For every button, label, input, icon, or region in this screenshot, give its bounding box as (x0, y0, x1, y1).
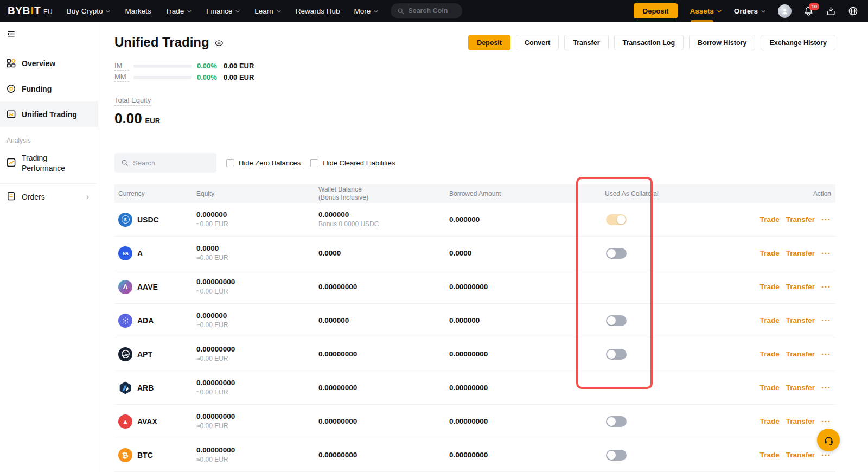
action-cell: TradeTransfer··· (741, 215, 835, 224)
collateral-toggle[interactable] (606, 315, 627, 326)
col-used-as-collateral: Used As Collateral (591, 190, 741, 197)
equity-fiat: ≈0.00 EUR (196, 455, 318, 464)
col-action: Action (741, 190, 835, 197)
trade-link[interactable]: Trade (760, 283, 780, 291)
sidebar-collapse-icon[interactable] (7, 29, 16, 39)
sidebar-item-overview[interactable]: Overview (0, 50, 98, 76)
a-coin-icon: VA (118, 246, 132, 260)
funding-icon (7, 84, 16, 93)
transfer-link[interactable]: Transfer (786, 316, 815, 324)
more-actions-button[interactable]: ··· (821, 284, 831, 290)
sidebar-item-unified-trading[interactable]: Unified Trading (0, 101, 98, 127)
asset-search-input[interactable] (133, 159, 203, 167)
hide-zero-balances-checkbox[interactable]: Hide Zero Balances (226, 159, 301, 167)
collateral-toggle[interactable] (606, 349, 627, 360)
transfer-link[interactable]: Transfer (786, 451, 815, 459)
headset-icon (823, 435, 834, 446)
exchange-history-button[interactable]: Exchange History (761, 35, 835, 50)
collateral-toggle[interactable] (606, 248, 627, 259)
table-row-apt: APT0.00000000≈0.00 EUR0.000000000.000000… (114, 337, 835, 371)
checkbox-icon (310, 159, 318, 167)
margin-progress-bar (133, 65, 192, 68)
nav-item-learn[interactable]: Learn (254, 7, 282, 15)
transfer-link[interactable]: Transfer (786, 249, 815, 257)
chevron-down-icon (105, 9, 111, 14)
globe-icon (848, 6, 858, 16)
sidebar-item-trading-performance[interactable]: Trading Performance (0, 148, 98, 179)
action-cell: TradeTransfer··· (741, 384, 835, 392)
trade-link[interactable]: Trade (760, 417, 780, 425)
more-actions-button[interactable]: ··· (821, 251, 831, 256)
more-actions-button[interactable]: ··· (821, 217, 831, 222)
ada-coin-icon (118, 314, 132, 328)
user-avatar[interactable] (778, 4, 792, 18)
eye-icon[interactable] (214, 39, 224, 48)
table-row-ada: ADA0.000000≈0.00 EUR0.0000000.000000Trad… (114, 304, 835, 337)
wallet-amount: 0.00000000 (318, 417, 449, 426)
more-actions-button[interactable]: ··· (821, 318, 831, 323)
more-actions-button[interactable]: ··· (821, 452, 831, 458)
transaction-log-button[interactable]: Transaction Log (614, 35, 684, 50)
transfer-button[interactable]: Transfer (564, 35, 608, 50)
coin-search-box[interactable] (391, 3, 462, 18)
logo-text: BYB (8, 5, 30, 17)
action-cell: TradeTransfer··· (741, 350, 835, 358)
more-actions-button[interactable]: ··· (821, 385, 831, 391)
deposit-tray-button[interactable] (826, 6, 836, 16)
equity-amount: 0.00000000 (196, 378, 318, 388)
wallet-amount: 0.0000 (318, 248, 449, 258)
currency-cell: VAA (114, 246, 196, 260)
collateral-toggle[interactable] (606, 214, 627, 225)
page-action-buttons: DepositConvertTransferTransaction LogBor… (468, 35, 835, 50)
asset-search-box[interactable] (114, 153, 216, 173)
coin-search-input[interactable] (408, 7, 457, 15)
nav-assets-menu[interactable]: Assets (690, 0, 722, 22)
transfer-link[interactable]: Transfer (786, 283, 815, 291)
notifications-bell[interactable]: 10 (803, 6, 814, 16)
borrow-history-button[interactable]: Borrow History (689, 35, 755, 50)
trade-link[interactable]: Trade (760, 215, 780, 224)
deposit-button[interactable]: Deposit (468, 35, 510, 50)
toggle-knob (607, 350, 616, 359)
collateral-toggle[interactable] (606, 450, 627, 461)
borrowed-amount-cell: 0.00000000 (449, 383, 591, 393)
collateral-toggle[interactable] (606, 416, 627, 427)
nav-deposit-button[interactable]: Deposit (634, 3, 678, 18)
transfer-link[interactable]: Transfer (786, 384, 815, 392)
nav-item-buy-crypto[interactable]: Buy Crypto (67, 7, 111, 15)
trade-link[interactable]: Trade (760, 384, 780, 392)
apt-coin-icon (118, 347, 132, 361)
hide-cleared-liabilities-checkbox[interactable]: Hide Cleared Liabilities (310, 159, 395, 167)
bybit-logo[interactable]: BYBIT EU (8, 5, 53, 17)
more-actions-button[interactable]: ··· (821, 352, 831, 357)
nav-item-trade[interactable]: Trade (165, 7, 192, 15)
nav-item-more[interactable]: More (354, 7, 379, 15)
sidebar-section-label: Analysis (0, 127, 98, 148)
collateral-cell (591, 315, 741, 326)
equity-fiat: ≈0.00 EUR (196, 388, 318, 397)
convert-button[interactable]: Convert (516, 35, 559, 50)
sidebar-item-funding[interactable]: Funding (0, 76, 98, 101)
language-globe-button[interactable] (848, 6, 858, 16)
nav-item-markets[interactable]: Markets (125, 7, 151, 15)
transfer-link[interactable]: Transfer (786, 215, 815, 224)
equity-amount: 0.0000 (196, 244, 318, 253)
sidebar-item-orders[interactable]: Orders› (0, 186, 98, 208)
customer-support-button[interactable] (817, 429, 840, 451)
nav-item-finance[interactable]: Finance (206, 7, 240, 15)
trade-link[interactable]: Trade (760, 451, 780, 459)
nav-orders-menu[interactable]: Orders (734, 7, 766, 15)
trade-link[interactable]: Trade (760, 350, 780, 358)
trade-link[interactable]: Trade (760, 249, 780, 257)
transfer-link[interactable]: Transfer (786, 417, 815, 425)
coin-name: A (137, 249, 143, 258)
transfer-link[interactable]: Transfer (786, 350, 815, 358)
currency-cell: $USDC (114, 213, 196, 227)
more-actions-button[interactable]: ··· (821, 419, 831, 424)
currency-cell: ARB (114, 381, 196, 395)
equity-fiat: ≈0.00 EUR (196, 253, 318, 263)
nav-item-rewards-hub[interactable]: Rewards Hub (296, 7, 340, 15)
equity-cell: 0.00000000≈0.00 EUR (196, 345, 318, 363)
currency-cell: ▲AVAX (114, 414, 196, 429)
trade-link[interactable]: Trade (760, 316, 780, 324)
